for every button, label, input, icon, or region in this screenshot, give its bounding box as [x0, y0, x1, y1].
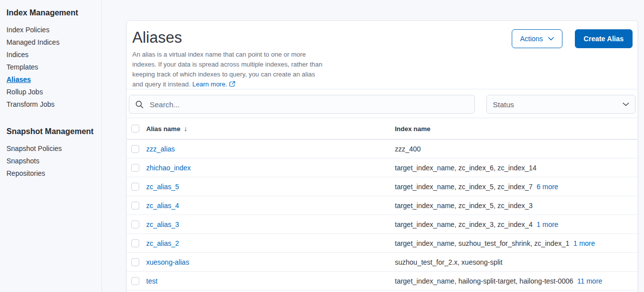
page-description-text: An alias is a virtual index name that ca…: [132, 51, 322, 88]
table-row: testtarget_index_name, hailong-split-tar…: [127, 272, 638, 291]
alias-name-link[interactable]: xuesong-alias: [146, 258, 388, 266]
sidebar-item-snapshots[interactable]: Snapshots: [6, 155, 99, 167]
row-checkbox[interactable]: [131, 164, 139, 172]
table-body: zzz_aliaszzz_400zhichao_indextarget_inde…: [127, 140, 638, 291]
table-row: xuesong-aliassuzhou_test_for_2.x, xueson…: [127, 253, 638, 272]
sidebar-item-snapshot-policies[interactable]: Snapshot Policies: [6, 143, 99, 155]
sidebar-item-templates[interactable]: Templates: [6, 61, 99, 73]
row-checkbox[interactable]: [131, 145, 139, 153]
table-row: zhichao_indextarget_index_name, zc_index…: [127, 158, 638, 177]
sidebar-section: Snapshot ManagementSnapshot PoliciesSnap…: [6, 126, 99, 180]
index-names-text: target_index_name, zc_index_6, zc_index_…: [395, 164, 537, 172]
sidebar: Index ManagementIndex PoliciesManaged In…: [6, 7, 99, 180]
external-link-icon: [229, 81, 235, 87]
index-names-text: target_index_name, suzhou_test_for_shrin…: [395, 239, 569, 247]
row-checkbox[interactable]: [131, 220, 139, 228]
alias-name-link[interactable]: zc_alias_3: [146, 220, 388, 228]
row-checkbox[interactable]: [131, 277, 139, 285]
status-filter-select[interactable]: Status: [486, 95, 636, 114]
index-names-text: suzhou_test_for_2.x, xuesong-split: [395, 258, 502, 266]
index-names-text: target_index_name, hailong-split-target,…: [395, 277, 573, 285]
sort-descending-icon: ↓: [184, 125, 187, 133]
sidebar-item-transform-jobs[interactable]: Transform Jobs: [6, 98, 99, 111]
sidebar-item-index-policies[interactable]: Index Policies: [6, 24, 99, 36]
alias-name-link[interactable]: zc_alias_5: [146, 183, 388, 191]
table-row: zzz_aliaszzz_400: [127, 140, 638, 158]
column-header-index-name: Index name: [395, 125, 632, 133]
alias-name-link[interactable]: zc_alias_2: [146, 239, 388, 247]
sidebar-section-heading: Index Management: [6, 7, 99, 19]
alias-name-link[interactable]: zzz_alias: [146, 145, 388, 153]
select-all-checkbox[interactable]: [131, 125, 139, 133]
learn-more-link[interactable]: Learn more.: [192, 80, 227, 88]
index-names-text: zzz_400: [395, 145, 421, 153]
row-checkbox[interactable]: [131, 239, 139, 247]
table-header-row: Alias name ↓ Index name: [127, 118, 638, 140]
index-name-cell: target_index_name, suzhou_test_for_shrin…: [395, 239, 632, 247]
table-row: zc_alias_5target_index_name, zc_index_5,…: [127, 177, 638, 196]
row-checkbox[interactable]: [131, 202, 139, 210]
more-indexes-link[interactable]: 6 more: [537, 183, 558, 191]
index-name-cell: target_index_name, hailong-split-target,…: [395, 277, 632, 285]
index-name-cell: target_index_name, zc_index_5, zc_index_…: [395, 183, 632, 191]
alias-name-link[interactable]: zhichao_index: [146, 164, 388, 172]
sidebar-item-repositories[interactable]: Repositories: [6, 167, 99, 180]
aliases-table: Alias name ↓ Index name zzz_aliaszzz_400…: [127, 118, 638, 291]
table-row: zc_alias_4target_index_name, zc_index_5,…: [127, 196, 638, 215]
column-header-alias-label: Alias name: [146, 125, 181, 133]
table-row: zc_alias_2target_index_name, suzhou_test…: [127, 234, 638, 253]
table-row: zc_alias_3target_index_name, zc_index_3,…: [127, 215, 638, 234]
search-input[interactable]: [149, 100, 468, 109]
page-description: An alias is a virtual index name that ca…: [132, 50, 325, 89]
create-alias-button-label: Create Alias: [584, 35, 624, 43]
index-names-text: target_index_name, zc_index_5, zc_index_…: [395, 183, 533, 191]
index-names-text: target_index_name, zc_index_3, zc_index_…: [395, 220, 533, 228]
more-indexes-link[interactable]: 1 more: [537, 220, 558, 228]
row-checkbox[interactable]: [131, 183, 139, 191]
alias-name-link[interactable]: test: [146, 277, 388, 285]
alias-name-link[interactable]: zc_alias_4: [146, 202, 388, 210]
sidebar-item-indices[interactable]: Indices: [6, 49, 99, 61]
sidebar-section-heading: Snapshot Management: [6, 126, 99, 138]
controls-row: Status: [127, 89, 638, 114]
sidebar-item-rollup-jobs[interactable]: Rollup Jobs: [6, 86, 99, 98]
index-name-cell: suzhou_test_for_2.x, xuesong-split: [395, 258, 632, 266]
index-name-cell: target_index_name, zc_index_5, zc_index_…: [395, 202, 632, 210]
sidebar-item-aliases[interactable]: Aliases: [6, 73, 99, 86]
index-name-cell: zzz_400: [395, 145, 632, 153]
sidebar-section: Index ManagementIndex PoliciesManaged In…: [6, 7, 99, 111]
column-header-alias-name[interactable]: Alias name ↓: [146, 125, 388, 133]
chevron-down-icon: [548, 37, 554, 41]
actions-button-label: Actions: [520, 35, 543, 43]
status-filter-label: Status: [493, 100, 514, 109]
panel-header: Aliases An alias is a virtual index name…: [127, 21, 638, 89]
index-name-cell: target_index_name, zc_index_6, zc_index_…: [395, 164, 632, 172]
page: { "sidebar": { "sections": [ { "heading"…: [0, 0, 644, 292]
chevron-down-icon: [623, 102, 629, 106]
row-checkbox[interactable]: [131, 258, 139, 266]
index-name-cell: target_index_name, zc_index_3, zc_index_…: [395, 220, 632, 228]
sidebar-item-managed-indices[interactable]: Managed Indices: [6, 36, 99, 49]
search-box[interactable]: [129, 95, 475, 114]
sidebar-divider: [101, 0, 102, 292]
more-indexes-link[interactable]: 11 more: [577, 277, 602, 285]
create-alias-button[interactable]: Create Alias: [575, 29, 633, 48]
search-icon: [135, 100, 144, 109]
more-indexes-link[interactable]: 1 more: [573, 239, 595, 247]
index-names-text: target_index_name, zc_index_5, zc_index_…: [395, 202, 533, 210]
aliases-panel: Aliases An alias is a virtual index name…: [126, 20, 638, 292]
actions-button[interactable]: Actions: [512, 29, 562, 48]
header-buttons: Actions Create Alias: [512, 29, 633, 48]
